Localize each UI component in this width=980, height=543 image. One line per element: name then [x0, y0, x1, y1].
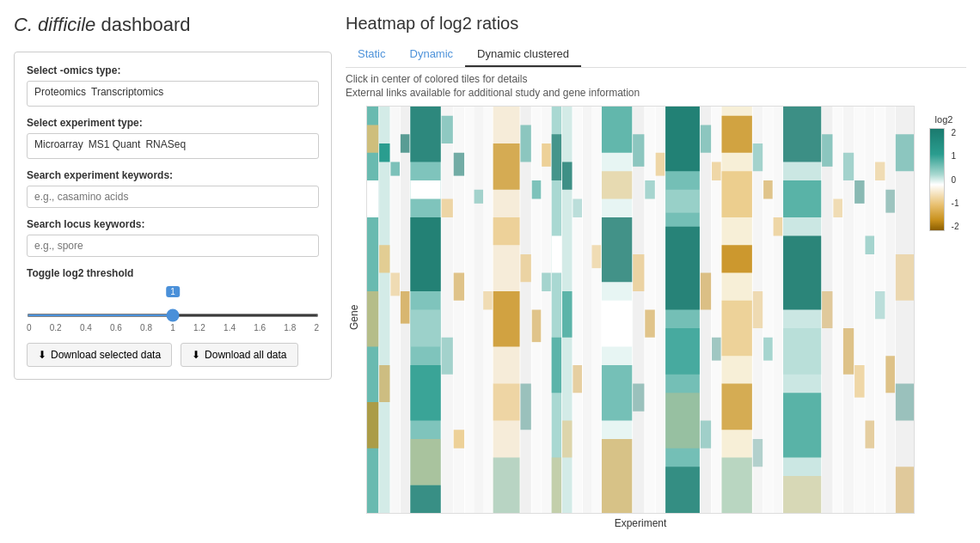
svg-rect-20	[410, 180, 440, 199]
locus-input[interactable]	[27, 235, 319, 257]
svg-rect-27	[442, 116, 453, 143]
omics-group: Select -omics type: Proteomics Transcrip…	[27, 64, 319, 107]
heatmap-canvas[interactable]	[366, 106, 915, 514]
svg-rect-113	[763, 338, 773, 361]
legend-label-neg1: -1	[952, 198, 959, 208]
svg-rect-139	[875, 291, 885, 319]
svg-rect-23	[410, 365, 440, 421]
y-axis-label: Gene	[346, 106, 363, 529]
svg-rect-83	[645, 310, 654, 338]
svg-rect-141	[885, 190, 895, 213]
svg-rect-74	[602, 301, 632, 347]
omics-tag-proteomics[interactable]: Proteomics	[34, 86, 86, 101]
legend-label-0: 0	[952, 175, 959, 185]
svg-rect-91	[665, 393, 700, 448]
svg-rect-95	[701, 273, 711, 310]
svg-rect-42	[493, 291, 520, 347]
svg-rect-14	[390, 273, 400, 296]
omics-tag-transcriptomics[interactable]: Transcriptomics	[91, 86, 163, 101]
svg-rect-68	[591, 107, 601, 513]
svg-rect-119	[783, 236, 821, 310]
svg-rect-96	[701, 421, 711, 448]
svg-rect-9	[379, 143, 389, 162]
svg-rect-46	[520, 125, 530, 162]
experiment-tag-rnaseq[interactable]: RNASeq	[145, 138, 186, 154]
tab-dynamic[interactable]: Dynamic	[398, 42, 466, 67]
legend-labels: 2 1 0 -1 -2	[952, 128, 959, 231]
svg-rect-25	[410, 485, 440, 513]
svg-rect-69	[591, 245, 601, 268]
svg-rect-26	[442, 107, 453, 513]
legend: log2 2 1 0 -1 -2	[915, 106, 966, 529]
svg-rect-135	[865, 236, 874, 255]
hint2: External links available for additional …	[346, 87, 966, 99]
legend-label-neg2: -2	[952, 222, 959, 231]
svg-rect-145	[896, 254, 914, 301]
svg-rect-124	[822, 134, 832, 167]
svg-rect-11	[379, 365, 389, 402]
tabs-row: Static Dynamic Dynamic clustered	[346, 42, 966, 68]
svg-rect-62	[562, 291, 572, 338]
svg-rect-78	[633, 134, 644, 167]
experiment-tag-box[interactable]: Microarray MS1 Quant RNASeq	[27, 133, 319, 159]
omics-label: Select -omics type:	[27, 64, 319, 76]
svg-rect-104	[722, 301, 752, 357]
svg-rect-129	[843, 153, 854, 180]
experiment-label: Select experiment type:	[27, 117, 319, 129]
svg-rect-65	[573, 199, 582, 218]
svg-rect-98	[712, 162, 721, 181]
hint1: Click in center of colored tiles for det…	[346, 73, 966, 85]
svg-rect-22	[410, 310, 440, 347]
svg-rect-59	[552, 458, 561, 514]
svg-rect-110	[753, 439, 763, 467]
svg-rect-41	[493, 217, 520, 245]
locus-group: Search locus keywords:	[27, 218, 319, 257]
svg-rect-89	[665, 227, 700, 310]
svg-rect-28	[442, 199, 453, 218]
legend-row: 2 1 0 -1 -2	[929, 128, 959, 231]
tab-dynamic-clustered[interactable]: Dynamic clustered	[465, 42, 581, 67]
slider-value-badge: 1	[166, 286, 180, 297]
svg-rect-44	[493, 458, 520, 514]
slider-label: Toggle log2 threshold	[27, 267, 319, 279]
svg-rect-127	[833, 199, 842, 218]
svg-rect-40	[493, 143, 520, 190]
svg-rect-75	[602, 365, 632, 421]
svg-rect-72	[602, 171, 632, 198]
svg-rect-85	[656, 153, 665, 176]
svg-rect-63	[562, 421, 572, 458]
svg-rect-19	[410, 107, 440, 162]
download-selected-button[interactable]: ⬇ Download selected data	[27, 343, 172, 367]
svg-rect-117	[783, 107, 821, 162]
svg-rect-130	[843, 328, 854, 375]
omics-tag-box[interactable]: Proteomics Transcriptomics	[27, 81, 319, 107]
download-all-button[interactable]: ⬇ Download all data	[181, 343, 297, 367]
svg-rect-21	[410, 217, 440, 291]
svg-rect-132	[854, 180, 864, 204]
svg-rect-87	[665, 107, 700, 171]
svg-rect-32	[454, 273, 464, 301]
experiment-tag-ms1quant[interactable]: MS1 Quant	[89, 138, 141, 154]
experiment-tag-microarray[interactable]: Microarray	[34, 138, 83, 154]
svg-rect-67	[583, 107, 592, 513]
heatmap-inner: Experiment	[366, 106, 915, 529]
svg-rect-120	[783, 328, 821, 375]
keywords-input[interactable]	[27, 186, 319, 208]
svg-rect-90	[665, 328, 700, 375]
svg-rect-79	[633, 254, 644, 291]
locus-label: Search locus keywords:	[27, 218, 319, 230]
svg-rect-36	[475, 190, 484, 204]
svg-rect-136	[865, 421, 874, 448]
x-axis-label: Experiment	[366, 517, 915, 529]
svg-rect-16	[401, 134, 410, 153]
tab-static[interactable]: Static	[346, 42, 398, 67]
svg-rect-131	[854, 107, 864, 513]
log2-slider[interactable]	[27, 314, 319, 317]
svg-rect-133	[854, 365, 864, 398]
svg-rect-88	[665, 190, 700, 213]
svg-rect-56	[552, 134, 561, 180]
heatmap-area: Gene	[346, 106, 966, 529]
svg-rect-33	[454, 430, 464, 448]
svg-rect-76	[602, 439, 632, 513]
svg-rect-43	[493, 384, 520, 421]
